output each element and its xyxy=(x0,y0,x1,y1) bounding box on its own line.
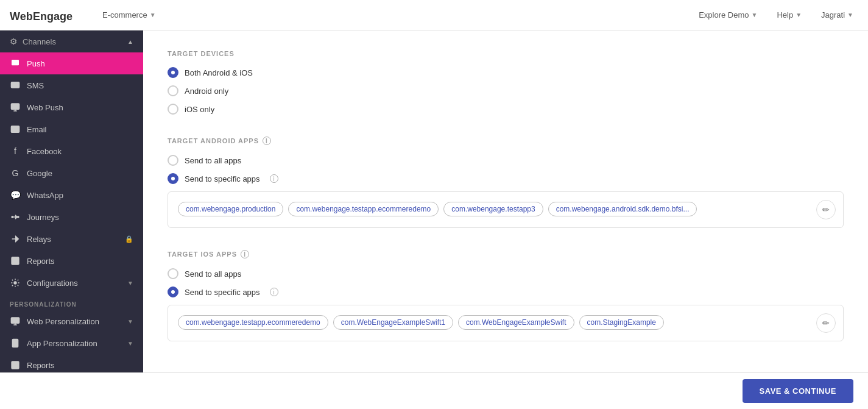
logo: Web Engage xyxy=(10,7,83,24)
sidebar-item-web-push[interactable]: Web Push xyxy=(0,96,143,118)
target-android-apps-label: TARGET ANDROID APPS i xyxy=(168,137,844,145)
ios-app-tag: com.WebEngageExampleSwift xyxy=(458,315,574,330)
ios-send-specific[interactable]: Send to specific apps i xyxy=(168,286,844,297)
logo-text: Web Engage xyxy=(10,7,83,24)
radio-both[interactable]: Both Android & iOS xyxy=(168,67,844,78)
sidebar-item-reports-p[interactable]: Reports xyxy=(0,354,143,372)
sidebar-category-channels[interactable]: ⚙ Channels ▲ xyxy=(0,30,143,52)
ios-app-tag: com.WebEngageExampleSwift1 xyxy=(333,315,453,330)
chevron-down-icon: ▼ xyxy=(127,340,133,347)
ios-app-tag: com.StagingExample xyxy=(579,315,664,330)
ios-info-icon[interactable]: i xyxy=(241,250,249,258)
sidebar-item-push[interactable]: Push xyxy=(0,52,143,74)
channels-icon: ⚙ xyxy=(10,37,18,46)
ios-app-tag: com.webengage.testapp.ecommeredemo xyxy=(178,315,328,330)
ios-send-all-circle xyxy=(168,268,178,279)
radio-ios-circle xyxy=(168,104,178,115)
android-info-icon[interactable]: i xyxy=(263,137,271,145)
push-icon xyxy=(10,58,21,69)
top-nav: Web Engage E-commerce ▼ Explore Demo ▼ H… xyxy=(0,0,868,30)
ios-apps-container: com.webengage.testapp.ecommeredemo com.W… xyxy=(168,305,844,341)
target-devices-section: TARGET DEVICES Both Android & iOS Androi… xyxy=(168,50,844,115)
main-content: TARGET DEVICES Both Android & iOS Androi… xyxy=(143,30,868,372)
sidebar-item-sms[interactable]: SMS xyxy=(0,74,143,96)
sidebar-item-email[interactable]: Email xyxy=(0,118,143,140)
personalization-label: PERSONALIZATION xyxy=(0,294,143,310)
bottom-bar: SAVE & CONTINUE xyxy=(0,372,868,409)
svg-point-6 xyxy=(12,216,13,218)
sidebar-item-reports[interactable]: Reports xyxy=(0,250,143,272)
web-personalization-icon xyxy=(10,316,21,327)
user-menu[interactable]: Jagrati ▼ xyxy=(816,8,858,22)
target-devices-radio-group: Both Android & iOS Android only iOS only xyxy=(168,67,844,115)
journeys-icon xyxy=(10,212,21,222)
web-push-icon xyxy=(10,102,21,113)
svg-point-9 xyxy=(14,282,16,284)
chevron-down-icon: ▼ xyxy=(150,12,156,18)
chevron-down-icon: ▼ xyxy=(127,280,133,286)
svg-rect-11 xyxy=(12,339,18,347)
google-icon: G xyxy=(10,168,21,179)
sidebar: ⚙ Channels ▲ Push SMS Web Push xyxy=(0,30,143,372)
lock-icon: 🔒 xyxy=(125,235,133,243)
radio-android-only[interactable]: Android only xyxy=(168,85,844,96)
chevron-icon: ▼ xyxy=(847,12,853,18)
android-specific-info-icon[interactable]: i xyxy=(270,174,278,183)
android-apps-radio-group: Send to all apps Send to specific apps i xyxy=(168,155,844,184)
configurations-icon xyxy=(10,277,21,288)
ios-apps-edit-button[interactable]: ✏ xyxy=(816,313,836,333)
target-ios-apps-section: TARGET IOS APPS i Send to all apps Send … xyxy=(168,250,844,341)
svg-point-12 xyxy=(15,345,15,346)
ios-send-all[interactable]: Send to all apps xyxy=(168,268,844,279)
ios-apps-radio-group: Send to all apps Send to specific apps i xyxy=(168,268,844,297)
explore-demo-button[interactable]: Explore Demo ▼ xyxy=(694,8,762,22)
android-apps-edit-button[interactable]: ✏ xyxy=(816,200,836,219)
sidebar-item-whatsapp[interactable]: 💬 WhatsApp xyxy=(0,184,143,206)
ios-specific-info-icon[interactable]: i xyxy=(270,288,278,296)
svg-rect-4 xyxy=(11,104,19,109)
facebook-icon: f xyxy=(10,146,21,157)
svg-text:Engage: Engage xyxy=(33,10,72,23)
help-button[interactable]: Help ▼ xyxy=(772,8,806,22)
android-send-all-circle xyxy=(168,155,178,166)
svg-rect-10 xyxy=(11,318,19,323)
android-send-specific[interactable]: Send to specific apps i xyxy=(168,173,844,184)
sms-icon xyxy=(10,80,21,91)
sidebar-item-facebook[interactable]: f Facebook xyxy=(0,140,143,162)
reports-icon xyxy=(10,255,21,266)
top-nav-right: Explore Demo ▼ Help ▼ Jagrati ▼ xyxy=(694,8,858,22)
android-apps-container: com.webengage.production com.webengage.t… xyxy=(168,191,844,228)
layout: ⚙ Channels ▲ Push SMS Web Push xyxy=(0,30,868,372)
radio-android-circle xyxy=(168,85,178,96)
reports-p-icon xyxy=(10,360,21,371)
chevron-up-icon: ▲ xyxy=(127,38,133,45)
chevron-icon: ▼ xyxy=(796,12,802,18)
android-send-specific-circle xyxy=(168,173,178,184)
svg-text:Web: Web xyxy=(10,10,33,23)
target-ios-apps-label: TARGET IOS APPS i xyxy=(168,250,844,258)
sidebar-item-journeys[interactable]: Journeys xyxy=(0,206,143,228)
sidebar-item-configurations[interactable]: Configurations ▼ xyxy=(0,272,143,294)
sidebar-item-google[interactable]: G Google xyxy=(0,162,143,184)
chevron-down-icon: ▼ xyxy=(127,318,133,325)
app-selector[interactable]: E-commerce ▼ xyxy=(97,8,161,22)
email-icon xyxy=(10,124,21,135)
android-app-tag: com.webengage.testapp.ecommeredemo xyxy=(288,202,439,216)
relays-icon xyxy=(10,233,21,244)
svg-rect-3 xyxy=(11,82,19,88)
whatsapp-icon: 💬 xyxy=(10,190,21,201)
android-send-all[interactable]: Send to all apps xyxy=(168,155,844,166)
sidebar-item-app-personalization[interactable]: App Personalization ▼ xyxy=(0,332,143,354)
radio-ios-only[interactable]: iOS only xyxy=(168,104,844,115)
radio-both-circle xyxy=(168,67,178,78)
sidebar-item-web-personalization[interactable]: Web Personalization ▼ xyxy=(0,310,143,332)
ios-send-specific-circle xyxy=(168,286,178,297)
app-name: E-commerce xyxy=(102,10,147,20)
android-app-tag: com.webengage.production xyxy=(178,202,283,216)
android-app-tag: com.webengage.android.sdk.demo.bfsi... xyxy=(548,202,697,216)
target-devices-label: TARGET DEVICES xyxy=(168,50,844,57)
save-continue-button[interactable]: SAVE & CONTINUE xyxy=(743,379,853,403)
android-app-tag: com.webengage.testapp3 xyxy=(443,202,543,216)
app-personalization-icon xyxy=(10,338,21,349)
sidebar-item-relays[interactable]: Relays 🔒 xyxy=(0,228,143,250)
